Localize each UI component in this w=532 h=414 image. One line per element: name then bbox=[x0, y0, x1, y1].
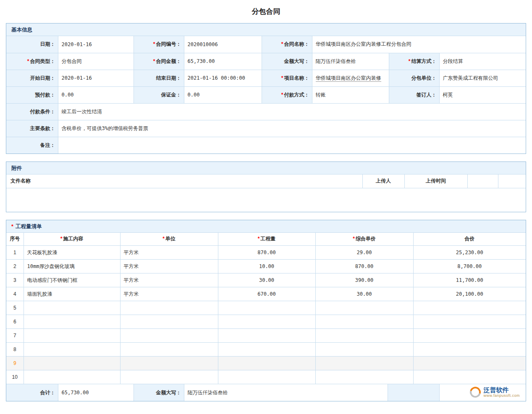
attachments-header: 附件 bbox=[6, 162, 526, 174]
boq-unit-cell[interactable]: 平方米 bbox=[120, 287, 218, 301]
boq-quantity-cell[interactable] bbox=[218, 315, 315, 329]
label-text: 结算方式： bbox=[411, 58, 437, 64]
boq-content-cell[interactable] bbox=[24, 315, 120, 329]
unit-price-column-header: *综合单价 bbox=[315, 233, 413, 246]
boq-quantity-cell[interactable]: 670.00 bbox=[218, 287, 315, 301]
boq-total-cell[interactable] bbox=[413, 343, 526, 357]
boq-unit-price-cell[interactable]: 29.00 bbox=[315, 246, 413, 260]
fanpu-logo-link[interactable]: 泛普软件 www.fanpusoft.com bbox=[470, 386, 522, 398]
boq-header-row: 序号 *施工内容 *单位 *工程量 *综合单价 合价 bbox=[6, 233, 526, 246]
boq-table: 序号 *施工内容 *单位 *工程量 *综合单价 合价 1 天花板乳胶漆 平方米 … bbox=[6, 233, 526, 385]
boq-row: 8 bbox=[6, 343, 526, 357]
boq-total-cell[interactable] bbox=[413, 357, 526, 370]
end-date-label: 结束日期： bbox=[134, 70, 184, 86]
boq-quantity-cell[interactable]: 10.00 bbox=[218, 260, 315, 273]
contract-no-field[interactable]: 2020010006 bbox=[184, 36, 262, 53]
signer-field[interactable]: 柯英 bbox=[439, 86, 526, 103]
boq-unit-price-cell[interactable] bbox=[315, 343, 413, 357]
project-name-label: *项目名称： bbox=[262, 70, 312, 86]
boq-content-cell[interactable] bbox=[24, 329, 120, 343]
boq-content-cell[interactable]: 电动感应门不锈钢门框 bbox=[24, 273, 120, 287]
boq-content-cell[interactable]: 天花板乳胶漆 bbox=[24, 246, 120, 260]
date-field[interactable]: 2020-01-16 bbox=[58, 36, 134, 53]
boq-row: 6 bbox=[6, 315, 526, 329]
boq-content-cell[interactable] bbox=[24, 343, 120, 357]
boq-unit-price-cell[interactable] bbox=[315, 329, 413, 343]
boq-quantity-cell[interactable] bbox=[218, 329, 315, 343]
advance-payment-field[interactable]: 0.00 bbox=[58, 86, 134, 103]
boq-quantity-cell[interactable] bbox=[218, 301, 315, 315]
boq-total-cell[interactable] bbox=[413, 301, 526, 315]
boq-unit-cell[interactable] bbox=[120, 315, 218, 329]
boq-quantity-cell[interactable] bbox=[218, 370, 315, 384]
boq-seq: 1 bbox=[6, 246, 24, 260]
end-date-field[interactable]: 2021-01-16 00:00:00 bbox=[184, 70, 262, 86]
boq-total-cell[interactable] bbox=[413, 370, 526, 384]
boq-seq: 10 bbox=[6, 370, 24, 384]
boq-unit-cell[interactable] bbox=[120, 329, 218, 343]
boq-row: 2 10mm厚沙盘钢化玻璃 平方米 10.00 870.00 8,700.00 bbox=[6, 260, 526, 273]
boq-unit-cell[interactable] bbox=[120, 343, 218, 357]
boq-content-cell[interactable] bbox=[24, 301, 120, 315]
boq-total-cell[interactable]: 25,230.00 bbox=[413, 246, 526, 260]
contract-name-field[interactable]: 华侨城项目南区办公室内装修工程分包合同 bbox=[312, 36, 526, 53]
boq-quantity-cell[interactable] bbox=[218, 343, 315, 357]
total-caps-field[interactable]: 陆万伍仟柒佰叁拾 bbox=[184, 384, 388, 401]
required-asterisk: * bbox=[409, 58, 411, 64]
deposit-field[interactable]: 0.00 bbox=[184, 86, 262, 103]
boq-unit-cell[interactable]: 平方米 bbox=[120, 273, 218, 287]
total-sum-field[interactable]: 65,730.00 bbox=[58, 384, 134, 401]
boq-row-highlighted: 9 bbox=[6, 357, 526, 370]
boq-total-cell[interactable]: 20,100.00 bbox=[413, 287, 526, 301]
subcontractor-field[interactable]: 广东赞美成工程有限公司 bbox=[439, 70, 526, 86]
unit-column-header: *单位 bbox=[120, 233, 218, 246]
remarks-field[interactable] bbox=[58, 137, 526, 154]
boq-total-cell[interactable]: 8,700.00 bbox=[413, 260, 526, 273]
main-clauses-field[interactable]: 含税单价，可提供3%的增值税劳务普票 bbox=[58, 120, 526, 137]
boq-total-cell[interactable]: 11,700.00 bbox=[413, 273, 526, 287]
boq-unit-price-cell[interactable]: 390.00 bbox=[315, 273, 413, 287]
boq-unit-price-cell[interactable]: 30.00 bbox=[315, 287, 413, 301]
amount-caps-label: 金额大写： bbox=[262, 53, 312, 70]
boq-total-cell[interactable] bbox=[413, 329, 526, 343]
boq-total-cell[interactable] bbox=[413, 315, 526, 329]
settle-method-field[interactable]: 分段结算 bbox=[439, 53, 526, 70]
upload-time-column-header: 上传时间 bbox=[404, 174, 467, 188]
boq-content-cell[interactable]: 墙面乳胶漆 bbox=[24, 287, 120, 301]
contract-no-label: *合同编号： bbox=[134, 36, 184, 53]
boq-unit-cell[interactable]: 平方米 bbox=[120, 260, 218, 273]
total-caps-label: 金额大写： bbox=[134, 384, 184, 401]
boq-unit-cell[interactable] bbox=[120, 357, 218, 370]
boq-content-cell[interactable] bbox=[24, 370, 120, 384]
boq-unit-cell[interactable] bbox=[120, 301, 218, 315]
fanpu-logo-url: www.fanpusoft.com bbox=[483, 393, 520, 398]
label-text: 预付款： bbox=[35, 92, 55, 98]
boq-seq: 5 bbox=[6, 301, 24, 315]
boq-unit-price-cell[interactable]: 870.00 bbox=[315, 260, 413, 273]
attachments-table: 文件名称 上传人 上传时间 bbox=[6, 174, 526, 188]
boq-unit-price-cell[interactable] bbox=[315, 301, 413, 315]
contract-name-label: *合同名称： bbox=[262, 36, 312, 53]
payment-method-field[interactable]: 转账 bbox=[312, 86, 389, 103]
boq-quantity-cell[interactable]: 30.00 bbox=[218, 273, 315, 287]
boq-unit-price-cell[interactable] bbox=[315, 370, 413, 384]
boq-unit-cell[interactable] bbox=[120, 370, 218, 384]
page-title: 分包合同 bbox=[6, 3, 526, 23]
project-name-field[interactable]: 华侨城项目南区办公室内装修 bbox=[312, 70, 389, 86]
boq-unit-price-cell[interactable] bbox=[315, 357, 413, 370]
contract-amount-field[interactable]: 65,730.00 bbox=[184, 53, 262, 70]
boq-unit-price-cell[interactable] bbox=[315, 315, 413, 329]
basic-row-1: 日期： 2020-01-16 *合同编号： 2020010006 *合同名称： … bbox=[6, 36, 526, 53]
boq-quantity-cell[interactable] bbox=[218, 357, 315, 370]
project-name-text: 华侨城项目南区办公室内装修 bbox=[316, 75, 381, 82]
contract-type-field[interactable]: 分包合同 bbox=[58, 53, 134, 70]
boq-title: 工程量清单 bbox=[16, 224, 42, 229]
boq-content-cell[interactable] bbox=[24, 357, 120, 370]
boq-quantity-cell[interactable]: 870.00 bbox=[218, 246, 315, 260]
boq-unit-cell[interactable]: 平方米 bbox=[120, 246, 218, 260]
payment-terms-field[interactable]: 竣工后一次性结清 bbox=[58, 103, 526, 120]
start-date-field[interactable]: 2020-01-16 bbox=[58, 70, 134, 86]
boq-content-cell[interactable]: 10mm厚沙盘钢化玻璃 bbox=[24, 260, 120, 273]
amount-caps-field[interactable]: 陆万伍仟柒佰叁拾 bbox=[312, 53, 389, 70]
attachments-extra-column bbox=[467, 174, 498, 188]
